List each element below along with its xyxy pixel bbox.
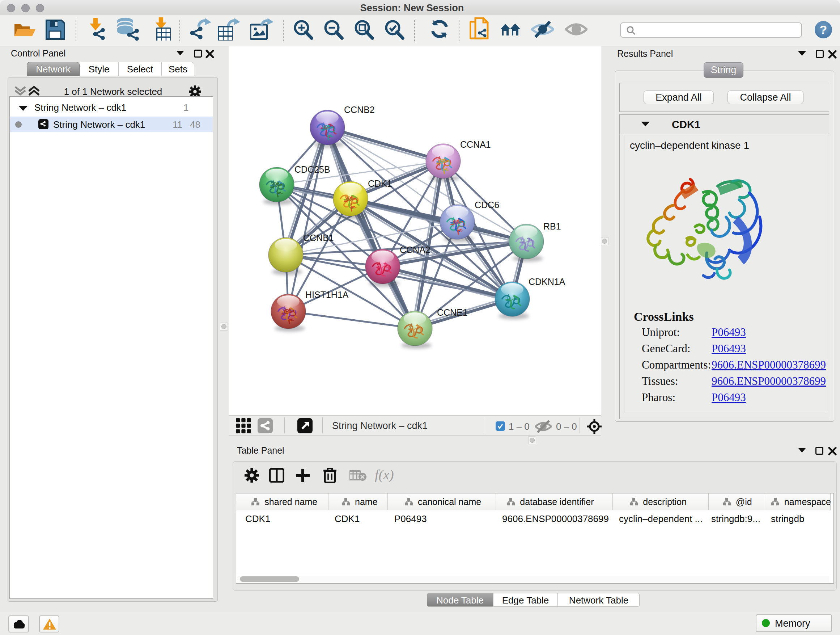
svg-text:CCNA1: CCNA1 xyxy=(460,139,491,149)
svg-text:HIST1H1A: HIST1H1A xyxy=(305,290,349,300)
svg-text:CCNB1: CCNB1 xyxy=(303,233,334,243)
svg-text:RB1: RB1 xyxy=(543,221,561,231)
svg-text:CDK1: CDK1 xyxy=(368,179,392,188)
svg-text:CCNB2: CCNB2 xyxy=(344,105,375,115)
svg-text:CDC25B: CDC25B xyxy=(294,165,330,174)
svg-text:CDKN1A: CDKN1A xyxy=(529,277,565,287)
svg-text:CCNE1: CCNE1 xyxy=(437,307,468,318)
svg-text:CDC6: CDC6 xyxy=(475,200,499,210)
svg-text:CCNA2: CCNA2 xyxy=(400,245,431,255)
